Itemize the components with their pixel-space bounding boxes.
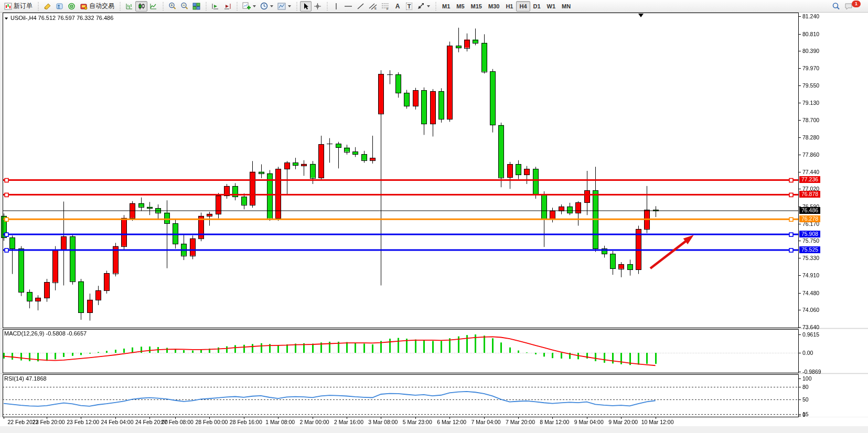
ticket-button[interactable] xyxy=(41,1,53,12)
time-tick: 10 Mar 12:00 xyxy=(636,419,680,425)
new-order-icon xyxy=(4,3,12,10)
toolbar-grip xyxy=(325,2,329,10)
chevron-down-icon xyxy=(427,5,430,7)
current-price-badge: 76.486 xyxy=(799,207,820,214)
crosshair-button[interactable] xyxy=(312,1,324,12)
price-tick: 75.330 xyxy=(802,255,819,261)
hline-price-badge: 75.908 xyxy=(799,231,820,237)
vertical-line-icon xyxy=(334,3,339,10)
timeframe-H4[interactable]: H4 xyxy=(516,1,530,12)
symbol-line: USOil-,H4 76.512 76.597 76.332 76.486 xyxy=(4,15,113,21)
price-tick: 73.640 xyxy=(802,324,819,330)
period-button[interactable] xyxy=(258,1,275,12)
hline-price-badge: 75.525 xyxy=(799,246,820,253)
arrows-button[interactable] xyxy=(415,1,432,12)
price-tick: 79.550 xyxy=(802,82,819,89)
auto-scroll-icon xyxy=(211,3,219,10)
fibonacci-icon: F xyxy=(381,2,390,10)
toolbar-grip xyxy=(204,2,208,10)
horizontal-line-icon xyxy=(344,3,352,10)
chart-shift-button[interactable] xyxy=(221,1,233,12)
signal-button[interactable] xyxy=(66,1,78,12)
toolbar: 新订单 自动交易 E F A T M1M5M15M30H1H4D1W1MN 1 xyxy=(0,0,868,13)
zoom-out-button[interactable] xyxy=(178,1,190,12)
line-chart-button[interactable] xyxy=(147,1,159,12)
svg-text:E: E xyxy=(374,7,377,10)
chart-shift-icon xyxy=(223,3,231,10)
timeframe-D1[interactable]: D1 xyxy=(530,1,544,12)
auto-trading-label: 自动交易 xyxy=(89,2,114,10)
trendline-button[interactable] xyxy=(355,1,367,12)
toolbar-grip xyxy=(434,2,437,10)
price-tick: 78.700 xyxy=(802,117,819,123)
text-label-icon: T xyxy=(406,3,413,10)
new-order-button[interactable]: 新订单 xyxy=(2,1,35,12)
svg-text:F: F xyxy=(387,7,389,10)
autotrading-icon xyxy=(80,3,88,10)
rsi-tick: 50 xyxy=(802,396,809,403)
tile-windows-icon xyxy=(192,3,200,10)
crosshair-icon xyxy=(314,3,322,10)
price-tick: 74.060 xyxy=(802,307,819,313)
toolbar-grip xyxy=(161,2,165,10)
bar-chart-button[interactable] xyxy=(123,1,135,12)
text-icon: A xyxy=(395,3,400,10)
timeframe-M5[interactable]: M5 xyxy=(453,1,467,12)
candlestick-icon xyxy=(137,3,145,10)
template-icon xyxy=(277,3,286,10)
timeframe-M30[interactable]: M30 xyxy=(485,1,502,12)
vertical-line-button[interactable] xyxy=(330,1,342,12)
trendline-icon xyxy=(357,3,365,10)
search-button[interactable] xyxy=(830,1,842,12)
chevron-down-icon xyxy=(288,5,291,7)
timeframe-MN[interactable]: MN xyxy=(559,1,574,12)
horizontal-line-button[interactable] xyxy=(342,1,355,12)
price-tick: 77.440 xyxy=(802,169,819,175)
toolbar-grip xyxy=(295,2,298,10)
auto-scroll-button[interactable] xyxy=(209,1,221,12)
chart-canvas[interactable] xyxy=(0,0,868,433)
toolbar-grip xyxy=(118,2,122,10)
metaeditor-button[interactable] xyxy=(53,1,66,12)
price-tick: 77.860 xyxy=(802,151,819,158)
price-tick: 81.240 xyxy=(802,13,819,19)
new-order-label: 新订单 xyxy=(14,2,33,10)
toolbar-grip xyxy=(36,2,40,10)
notifications-button[interactable]: 1 xyxy=(842,1,866,12)
channel-icon: E xyxy=(369,2,377,10)
hline-price-badge: 76.878 xyxy=(799,191,820,198)
price-tick: 80.810 xyxy=(802,31,819,37)
template-button[interactable] xyxy=(275,1,293,12)
price-tick: 74.910 xyxy=(802,272,819,278)
zoom-in-button[interactable] xyxy=(166,1,178,12)
text-label-button[interactable]: T xyxy=(403,1,415,12)
add-indicator-button[interactable] xyxy=(240,1,258,12)
fibonacci-button[interactable]: F xyxy=(379,1,392,12)
cursor-button[interactable] xyxy=(300,1,312,12)
channel-button[interactable]: E xyxy=(367,1,379,12)
add-chart-icon xyxy=(242,2,251,10)
rsi-tick: 0 xyxy=(802,412,806,418)
ticket-icon xyxy=(44,3,51,10)
collapse-arrow-icon xyxy=(5,18,8,20)
tile-windows-button[interactable] xyxy=(190,1,202,12)
timeframe-M1[interactable]: M1 xyxy=(439,1,453,12)
price-tick: 79.130 xyxy=(802,100,819,106)
price-tick: 80.390 xyxy=(802,48,819,54)
rsi-label: RSI(14) 47.1868 xyxy=(4,375,47,382)
period-clock-icon xyxy=(260,2,268,10)
auto-trading-button[interactable]: 自动交易 xyxy=(78,1,116,12)
rsi-tick: 80 xyxy=(802,384,809,390)
price-tick: 79.970 xyxy=(802,65,819,71)
candlestick-button[interactable] xyxy=(135,1,147,12)
cursor-icon xyxy=(303,3,309,10)
timeframe-W1[interactable]: W1 xyxy=(544,1,559,12)
price-tick: 78.280 xyxy=(802,134,819,140)
timeframe-H1[interactable]: H1 xyxy=(502,1,516,12)
text-button[interactable]: A xyxy=(392,1,403,12)
bar-chart-icon xyxy=(125,3,133,10)
timeframe-M15[interactable]: M15 xyxy=(468,1,485,12)
timeframe-group: M1M5M15M30H1H4D1W1MN xyxy=(439,1,574,12)
hline-price-badge: 76.278 xyxy=(799,215,820,222)
macd-tick: -0.9869 xyxy=(802,369,821,375)
